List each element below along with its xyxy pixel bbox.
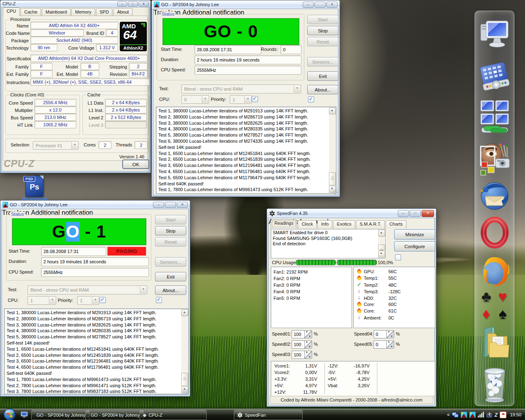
test-dropdown[interactable]: Blend - stress CPU and RAM xyxy=(27,285,147,294)
scroll-thumb[interactable] xyxy=(181,373,188,386)
minimize-button[interactable] xyxy=(117,1,127,7)
card-games-icon[interactable] xyxy=(478,288,511,323)
maximize-button[interactable] xyxy=(315,2,326,8)
detection-log[interactable]: SMART Enabled for drive 0Found SAMSUNG S… xyxy=(271,229,386,258)
go-tray-icon[interactable] xyxy=(461,412,467,418)
taskbar-button-go0[interactable]: GO - SP2004 by Johnny ... xyxy=(31,410,89,420)
scroll-up-icon[interactable] xyxy=(329,107,336,114)
selection-dropdown[interactable]: Processor #1 xyxy=(33,141,79,150)
cpu-dropdown[interactable]: 1 xyxy=(27,296,56,305)
tab-readings[interactable]: Readings xyxy=(271,219,297,228)
taskbar-button-speedfan[interactable]: SpeedFan xyxy=(234,410,303,420)
chevron-down-icon[interactable] xyxy=(244,96,251,103)
close-button[interactable] xyxy=(139,1,148,7)
tab-memory[interactable]: Memory xyxy=(71,8,95,16)
maximize-button[interactable] xyxy=(410,210,421,217)
speedfan-titlebar[interactable]: SpeedFan 4.35 xyxy=(267,209,436,218)
scroll-up-icon[interactable] xyxy=(181,309,188,316)
scroll-thumb[interactable] xyxy=(329,172,336,185)
cpu-dropdown[interactable]: 0 xyxy=(181,95,209,104)
desktop-psd-file[interactable]: Ps PSD xyxy=(21,176,48,201)
opera-browser-icon[interactable] xyxy=(478,215,511,254)
exit-button[interactable]: Exit xyxy=(155,272,186,281)
documents-folders-icon[interactable] xyxy=(478,324,511,365)
network-tray-icon[interactable] xyxy=(452,412,459,418)
go0-titlebar[interactable]: GO - SP2004 by Johnny Lee xyxy=(152,0,340,9)
control-panel-icon[interactable] xyxy=(477,59,512,98)
exit-button[interactable]: Exit xyxy=(307,71,338,81)
speed04-spinner[interactable] xyxy=(386,330,394,338)
chevron-down-icon[interactable] xyxy=(140,286,146,294)
reset-button[interactable]: Reset xyxy=(155,237,186,247)
taskbar-button-cpuz[interactable]: ◆ CPU-Z xyxy=(139,410,207,420)
test-dropdown[interactable]: Blend - stress CPU and RAM xyxy=(181,84,301,94)
tray-clock[interactable]: 19:50 xyxy=(510,412,521,417)
go0-log[interactable]: Test 1, 380000 Lucas-Lehmer iterations o… xyxy=(156,107,336,194)
additional-notification-checkbox[interactable] xyxy=(252,96,258,102)
chevron-down-icon[interactable] xyxy=(71,142,78,149)
scroll-down-icon[interactable] xyxy=(378,251,385,258)
minimize-button[interactable] xyxy=(153,202,164,208)
my-computer-icon[interactable] xyxy=(478,18,511,55)
tab-cpu[interactable]: CPU xyxy=(3,7,20,16)
tab-exotics[interactable]: Exotics xyxy=(333,220,355,228)
zonealarm-icon[interactable]: Z xyxy=(495,412,498,418)
stop-button[interactable]: Stop xyxy=(307,26,338,35)
chevron-down-icon[interactable] xyxy=(202,96,208,103)
go1-scrollbar[interactable] xyxy=(181,309,188,393)
sensors-button[interactable]: Sensors... xyxy=(155,257,186,267)
tray-icon-checkbox[interactable] xyxy=(156,297,162,303)
start-button[interactable] xyxy=(3,408,16,420)
additional-notification-checkbox[interactable] xyxy=(100,297,106,303)
tab-clock[interactable]: Clock xyxy=(298,220,317,228)
about-button[interactable]: About... xyxy=(155,285,186,295)
maximize-button[interactable] xyxy=(165,202,176,208)
resize-grip[interactable] xyxy=(333,189,338,195)
taskbar-button-go1[interactable]: GO - SP2004 by Johnny ... xyxy=(85,410,144,420)
minimize-app-button[interactable]: Minimize xyxy=(394,229,435,240)
signal-bars-icon[interactable] xyxy=(478,412,484,418)
scroll-up-icon[interactable] xyxy=(378,230,385,237)
ok-button[interactable]: OK xyxy=(123,160,149,169)
speed05-spinner[interactable] xyxy=(386,340,394,349)
speed01-spinner[interactable] xyxy=(304,330,312,338)
tab-smart[interactable]: S.M.A.R.T. xyxy=(356,220,385,228)
tab-mainboard[interactable]: Mainboard xyxy=(42,8,71,16)
speed02-spinner[interactable] xyxy=(304,340,312,349)
priority-dropdown[interactable]: 1 xyxy=(77,296,99,305)
configure-button[interactable]: Configure xyxy=(394,241,435,251)
thunderbird-mail-icon[interactable] xyxy=(478,178,511,215)
go0-scrollbar[interactable] xyxy=(329,107,336,193)
chevron-down-icon[interactable] xyxy=(294,85,300,93)
chevron-down-icon[interactable] xyxy=(92,297,98,304)
firefox-browser-icon[interactable] xyxy=(477,252,512,293)
tray-icon-checkbox[interactable] xyxy=(308,96,314,103)
tray-chevron[interactable]: < xyxy=(447,412,450,417)
automatic-fan-speed-checkbox[interactable] xyxy=(395,254,401,260)
tab-cache[interactable]: Cache xyxy=(21,8,41,16)
tab-spd[interactable]: SPD xyxy=(96,8,113,16)
maximize-button[interactable] xyxy=(128,1,138,7)
speed03-spinner[interactable] xyxy=(304,351,312,359)
start-button[interactable]: Start xyxy=(307,15,338,24)
tab-about[interactable]: About xyxy=(113,8,132,16)
tab-info[interactable]: Info xyxy=(317,220,332,228)
cpuz-titlebar[interactable]: CPU-Z xyxy=(0,0,151,7)
go-tray-icon[interactable] xyxy=(469,412,476,418)
sensors-button[interactable]: Sensors... xyxy=(307,57,338,66)
about-button[interactable]: About... xyxy=(307,85,338,94)
go1-log[interactable]: Test 1, 380000 Lucas-Lehmer iterations o… xyxy=(4,308,189,394)
tab-charts[interactable]: Charts xyxy=(386,220,406,228)
minimize-button[interactable] xyxy=(303,2,314,8)
close-button[interactable] xyxy=(326,2,338,8)
stop-button[interactable]: Stop xyxy=(155,226,186,235)
recycle-bin-icon[interactable] xyxy=(478,362,511,406)
go1-titlebar[interactable]: GO - SP2004 by Johnny Lee xyxy=(0,201,190,209)
reset-button[interactable]: Reset xyxy=(307,37,338,46)
close-button[interactable] xyxy=(177,202,188,208)
image-editor-icon[interactable] xyxy=(477,142,512,184)
power-monitor-icon[interactable] xyxy=(486,412,493,418)
priority-dropdown[interactable]: 1 xyxy=(230,95,252,104)
close-button[interactable] xyxy=(422,210,434,217)
avira-umbrella-icon[interactable] xyxy=(500,411,507,418)
